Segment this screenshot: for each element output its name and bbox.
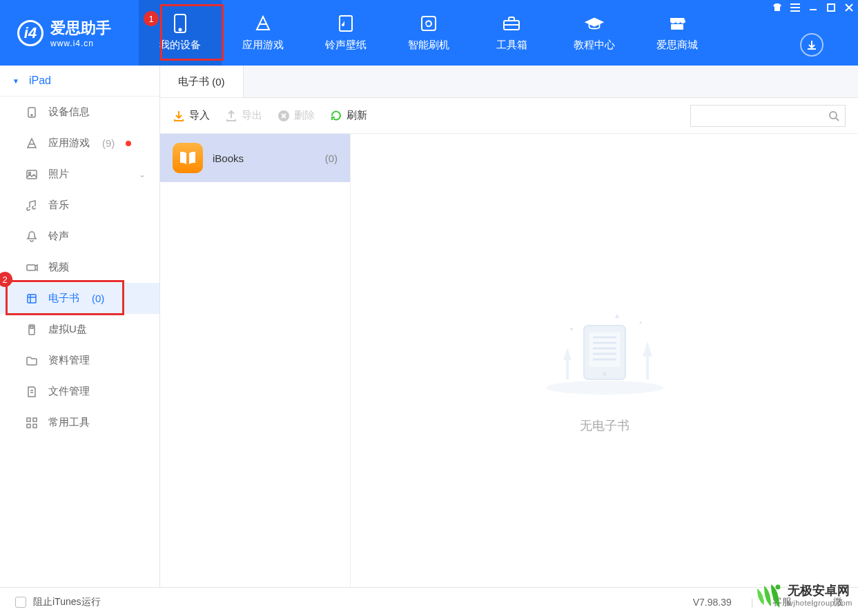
sidebar-item-8[interactable]: 资料管理: [0, 345, 159, 376]
sidebar-item-10[interactable]: 常用工具: [0, 407, 159, 438]
svg-rect-4: [422, 17, 436, 30]
refresh-box-icon: [419, 14, 438, 33]
tshirt-icon[interactable]: [768, 0, 786, 15]
svg-rect-3: [340, 16, 352, 31]
apps-icon: [253, 14, 273, 33]
svg-rect-10: [790, 10, 800, 12]
sidebar-icon: [25, 355, 39, 367]
annotation-badge-1: 1: [144, 11, 159, 26]
logo-icon: i4: [17, 20, 43, 46]
sidebar-item-9[interactable]: 文件管理: [0, 376, 159, 407]
tab-ebooks[interactable]: 电子书 (0): [160, 66, 244, 97]
download-button[interactable]: [800, 33, 823, 57]
sidebar-icon: [25, 199, 39, 212]
book-sources-list: iBooks (0): [160, 134, 351, 587]
sidebar-icon: [25, 417, 39, 429]
sidebar-icon: [25, 386, 39, 398]
svg-rect-9: [790, 7, 800, 8]
empty-illustration-icon: [536, 288, 674, 398]
search-box[interactable]: [690, 105, 846, 127]
export-icon: [225, 110, 237, 122]
svg-point-46: [603, 372, 607, 376]
sidebar-item-4[interactable]: 铃声: [0, 221, 159, 252]
main-panel: 电子书 (0) 导入 导出 删除 刷新: [160, 66, 858, 587]
toolbar: 导入 导出 删除 刷新: [160, 98, 858, 134]
sidebar-icon: [25, 324, 39, 336]
list-icon[interactable]: [786, 0, 804, 15]
svg-rect-31: [27, 424, 30, 428]
toolbox-icon: [502, 14, 521, 33]
music-file-icon: [336, 14, 355, 33]
sidebar-icon: [25, 261, 39, 274]
list-item-ibooks[interactable]: iBooks (0): [160, 134, 350, 182]
svg-rect-12: [828, 4, 835, 11]
close-button[interactable]: [840, 0, 858, 15]
search-icon: [828, 110, 839, 121]
status-bar: 阻止iTunes运行 V7.98.39 | 客服 | 微: [0, 587, 858, 616]
logo-title: 爱思助手: [50, 18, 111, 39]
store-icon: [667, 14, 687, 33]
watermark: 无极安卓网 wjhotelgroup.com: [754, 580, 858, 609]
sidebar-icon: [25, 137, 39, 150]
collapse-icon: ▼: [12, 77, 19, 85]
svg-rect-47: [566, 359, 569, 379]
svg-line-37: [836, 118, 839, 121]
svg-point-36: [830, 112, 837, 119]
nav-tutorials[interactable]: 教程中心: [553, 0, 636, 66]
nav-flash[interactable]: 智能刷机: [387, 0, 470, 66]
export-button[interactable]: 导出: [225, 109, 262, 122]
sidebar-item-3[interactable]: 音乐: [0, 190, 159, 221]
watermark-icon: [754, 580, 783, 609]
empty-state: 无电子书: [351, 134, 858, 587]
chevron-down-icon: ⌄: [139, 170, 146, 179]
nav-store[interactable]: 爱思商城: [636, 0, 719, 66]
svg-rect-48: [646, 355, 649, 379]
svg-rect-19: [27, 170, 37, 179]
sidebar-item-6[interactable]: 电子书(0)2: [0, 283, 159, 314]
grad-cap-icon: [585, 14, 604, 33]
nav-toolbox[interactable]: 工具箱: [470, 0, 553, 66]
window-controls: [768, 0, 858, 15]
svg-point-38: [546, 381, 663, 395]
svg-rect-26: [30, 326, 33, 328]
delete-button[interactable]: 删除: [277, 109, 315, 122]
content-tabs: 电子书 (0): [160, 66, 858, 98]
itunes-label: 阻止iTunes运行: [33, 596, 101, 608]
refresh-icon: [330, 110, 342, 122]
sidebar-icon: [25, 230, 39, 243]
device-header[interactable]: ▼ iPad: [0, 66, 159, 97]
svg-point-17: [31, 115, 32, 116]
search-input[interactable]: [691, 110, 828, 121]
maximize-button[interactable]: [822, 0, 840, 15]
empty-text: 无电子书: [580, 417, 630, 434]
svg-rect-7: [671, 24, 683, 30]
svg-rect-21: [27, 265, 35, 270]
svg-rect-32: [33, 424, 37, 428]
sidebar-item-7[interactable]: 虚拟U盘: [0, 314, 159, 345]
nav-ringtones[interactable]: 铃声壁纸: [304, 0, 387, 66]
import-button[interactable]: 导入: [173, 109, 210, 122]
logo-subtitle: www.i4.cn: [50, 39, 111, 48]
svg-point-50: [775, 585, 780, 590]
svg-rect-29: [27, 418, 30, 421]
itunes-checkbox[interactable]: [15, 597, 26, 608]
nav-apps[interactable]: 应用游戏: [222, 0, 304, 66]
sidebar-item-2[interactable]: 照片⌄: [0, 159, 159, 190]
svg-rect-30: [33, 418, 37, 421]
delete-icon: [277, 110, 290, 122]
sidebar-item-1[interactable]: 应用游戏(9): [0, 128, 159, 159]
sidebar-item-5[interactable]: 视频: [0, 252, 159, 283]
logo: i4 爱思助手 www.i4.cn: [17, 18, 111, 48]
refresh-button[interactable]: 刷新: [330, 109, 367, 122]
sidebar-icon: [25, 168, 39, 181]
minimize-button[interactable]: [804, 0, 822, 15]
ibooks-icon: [173, 143, 203, 173]
sidebar-item-0[interactable]: 设备信息: [0, 97, 159, 128]
nav-tabs: 我的设备 应用游戏 铃声壁纸 智能刷机 工具箱: [139, 0, 719, 66]
svg-rect-8: [790, 3, 800, 5]
notification-dot: [126, 141, 131, 146]
version-label: V7.98.39: [693, 597, 732, 608]
annotation-box-2: [6, 280, 124, 315]
sidebar: ▼ iPad 设备信息应用游戏(9)照片⌄音乐铃声视频电子书(0)2虚拟U盘资料…: [0, 66, 160, 587]
svg-point-49: [570, 328, 573, 330]
